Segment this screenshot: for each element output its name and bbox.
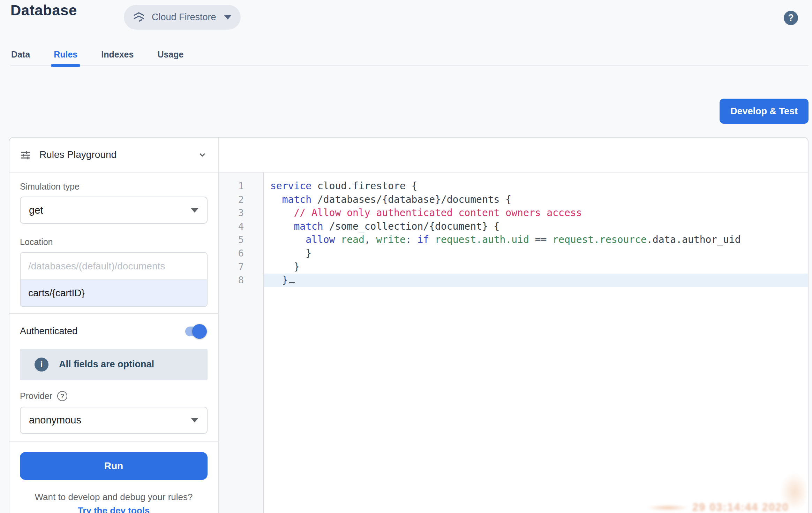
info-banner-text: All fields are optional [59, 359, 154, 370]
rules-editor: 12345678 service cloud.firestore { match… [219, 138, 808, 513]
rules-playground-panel: Rules Playground Simulation type get Loc… [9, 138, 219, 513]
watermark-artifact: 29 03:14:44 2020 [692, 501, 789, 513]
simulation-type-select[interactable]: get [20, 197, 208, 224]
simulation-section: Simulation type get Location /databases/… [9, 173, 218, 314]
dropdown-arrow-icon [191, 208, 198, 213]
tab-bar: Data Rules Indexes Usage [10, 43, 809, 66]
rules-playground-header[interactable]: Rules Playground [9, 138, 218, 173]
dropdown-arrow-icon [191, 418, 198, 422]
location-field: /databases/(default)/documents carts/{ca… [20, 252, 208, 307]
help-button[interactable]: ? [784, 11, 798, 25]
code-line-6[interactable]: } [264, 247, 808, 260]
line-number: 1 [219, 179, 244, 193]
page-title: Database [10, 2, 77, 19]
auth-section: Authenticated i All fields are optional … [9, 314, 218, 442]
location-input[interactable]: /databases/(default)/documents [21, 253, 207, 280]
collapse-chevron-icon[interactable] [197, 150, 208, 160]
code-line-5[interactable]: allow read, write: if request.auth.uid =… [264, 233, 808, 247]
rules-card: Rules Playground Simulation type get Loc… [9, 137, 809, 513]
editor-gutter: 12345678 [219, 173, 264, 513]
info-banner: i All fields are optional [20, 349, 208, 380]
line-number: 7 [219, 260, 244, 274]
toggle-thumb [192, 324, 207, 339]
line-number: 2 [219, 193, 244, 207]
line-number: 8 [219, 274, 244, 287]
code-line-1[interactable]: service cloud.firestore { [264, 179, 808, 193]
tab-data[interactable]: Data [10, 43, 42, 66]
tune-icon [20, 149, 31, 160]
code-line-7[interactable]: } [264, 260, 808, 274]
rules-playground-title: Rules Playground [39, 149, 197, 160]
location-label: Location [20, 237, 208, 247]
line-number: 4 [219, 220, 244, 233]
editor-body: 12345678 service cloud.firestore { match… [219, 173, 808, 513]
devtools-question: Want to develop and debug your rules? [20, 492, 208, 503]
code-line-4[interactable]: match /some_collection/{document} { [264, 220, 808, 233]
text-cursor [289, 282, 295, 283]
editor-code[interactable]: service cloud.firestore { match /databas… [264, 173, 808, 513]
authenticated-toggle[interactable] [185, 327, 205, 336]
tab-rules[interactable]: Rules [42, 43, 89, 66]
watermark-artifact [647, 505, 689, 511]
line-number: 6 [219, 247, 244, 260]
chevron-down-icon [224, 15, 232, 20]
authenticated-label: Authenticated [20, 326, 77, 337]
simulation-type-value: get [29, 205, 43, 216]
run-section: Run Want to develop and debug your rules… [9, 442, 218, 513]
question-mark-icon: ? [788, 13, 794, 23]
code-line-8[interactable]: } [264, 274, 808, 287]
devtools-link[interactable]: Try the dev tools [20, 505, 208, 513]
code-line-3[interactable]: // Allow only authenticated content owne… [264, 206, 808, 220]
line-number: 5 [219, 233, 244, 247]
develop-test-button[interactable]: Develop & Test [720, 99, 809, 124]
location-value[interactable]: carts/{cartID} [21, 280, 207, 306]
simulation-type-label: Simulation type [20, 182, 208, 192]
provider-label: Provider [20, 391, 52, 401]
product-selector-chip[interactable]: Cloud Firestore [124, 5, 241, 30]
provider-select[interactable]: anonymous [20, 407, 208, 434]
run-button[interactable]: Run [20, 452, 208, 480]
line-number: 3 [219, 206, 244, 220]
product-selector-label: Cloud Firestore [152, 12, 216, 23]
info-icon: i [35, 358, 48, 372]
editor-toolbar [219, 138, 808, 173]
provider-help-icon[interactable]: ? [57, 391, 67, 401]
cloud-firestore-icon [132, 11, 145, 24]
provider-value: anonymous [29, 414, 81, 426]
code-line-2[interactable]: match /databases/{database}/documents { [264, 193, 808, 207]
tab-indexes[interactable]: Indexes [89, 43, 145, 66]
tab-usage[interactable]: Usage [145, 43, 195, 66]
